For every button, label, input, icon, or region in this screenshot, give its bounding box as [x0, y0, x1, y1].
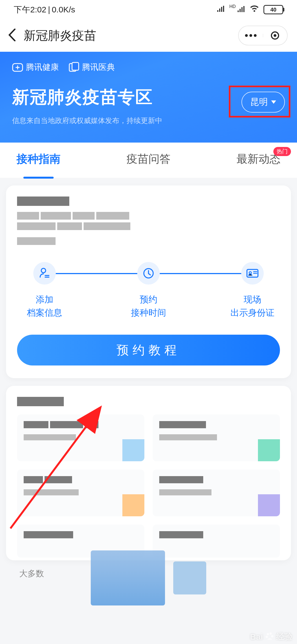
- hd-signal-icon: HD: [229, 6, 245, 13]
- tab-bar: 接种指南 疫苗问答 最新动态 热门: [0, 143, 297, 178]
- tab-news[interactable]: 最新动态 热门: [237, 151, 280, 169]
- step-3: 现场 出示身份证: [225, 262, 280, 319]
- redacted-content: [17, 197, 280, 249]
- grid-item-1[interactable]: [17, 414, 144, 461]
- step-flow: 添加 档案信息 预约 接种时间 现场 出示身份证: [17, 262, 280, 319]
- step-2: 预约 接种时间: [121, 262, 176, 319]
- page-title: 新冠肺炎疫苗: [24, 28, 96, 44]
- hot-badge: 热门: [273, 147, 291, 156]
- status-bar: 下午2:02 | 0.0K/s HD 40: [0, 0, 297, 19]
- grid-item-4[interactable]: [153, 470, 280, 516]
- logo-tencent-health: 腾讯健康: [12, 62, 59, 73]
- footer-text: 大多数: [19, 568, 297, 579]
- svg-point-13: [267, 633, 269, 635]
- svg-rect-7: [72, 62, 79, 70]
- step-1: 添加 档案信息: [17, 262, 72, 319]
- clock-icon: [137, 262, 160, 285]
- status-time: 下午2:02: [14, 4, 46, 15]
- grid-item-2[interactable]: [153, 414, 280, 461]
- grid-item-6[interactable]: [153, 525, 280, 558]
- svg-point-11: [249, 272, 251, 274]
- hero-banner: 腾讯健康 腾讯医典 新冠肺炎疫苗专区 信息来自当地政府或权威媒体发布，持续更新中…: [0, 52, 297, 143]
- battery-indicator: 40: [263, 5, 283, 14]
- tutorial-button[interactable]: 预约教程: [17, 335, 280, 365]
- back-button[interactable]: [8, 29, 16, 42]
- grid-item-3[interactable]: [17, 470, 144, 516]
- logo-tencent-medical: 腾讯医典: [68, 62, 115, 73]
- watermark: Bai 经验: [250, 631, 293, 642]
- svg-point-14: [270, 632, 272, 635]
- info-grid-card: [6, 386, 291, 560]
- more-button[interactable]: [239, 34, 263, 37]
- svg-point-8: [41, 268, 46, 273]
- status-net-speed: 0.0K/s: [52, 5, 75, 14]
- annotation-highlight-box: [229, 86, 290, 118]
- battery-percent: 40: [270, 7, 276, 13]
- close-button[interactable]: [263, 31, 287, 40]
- wifi-icon: [250, 5, 259, 14]
- person-icon: [33, 262, 56, 285]
- svg-point-16: [271, 635, 273, 637]
- svg-point-15: [266, 636, 268, 638]
- svg-point-1: [249, 34, 252, 37]
- redacted-heading: [17, 397, 280, 406]
- grid-item-5[interactable]: [17, 525, 144, 558]
- signal-icon: [217, 5, 225, 14]
- nav-bar: 新冠肺炎疫苗: [0, 19, 297, 52]
- svg-point-4: [274, 34, 276, 37]
- svg-point-0: [245, 34, 248, 37]
- tab-guide[interactable]: 接种指南: [16, 151, 61, 169]
- tab-qa[interactable]: 疫苗问答: [127, 151, 170, 169]
- mini-program-actions: [238, 26, 288, 45]
- id-card-icon: [241, 262, 264, 285]
- guidance-card: 添加 档案信息 预约 接种时间 现场 出示身份证 预约教程: [6, 185, 291, 378]
- svg-point-2: [254, 34, 257, 37]
